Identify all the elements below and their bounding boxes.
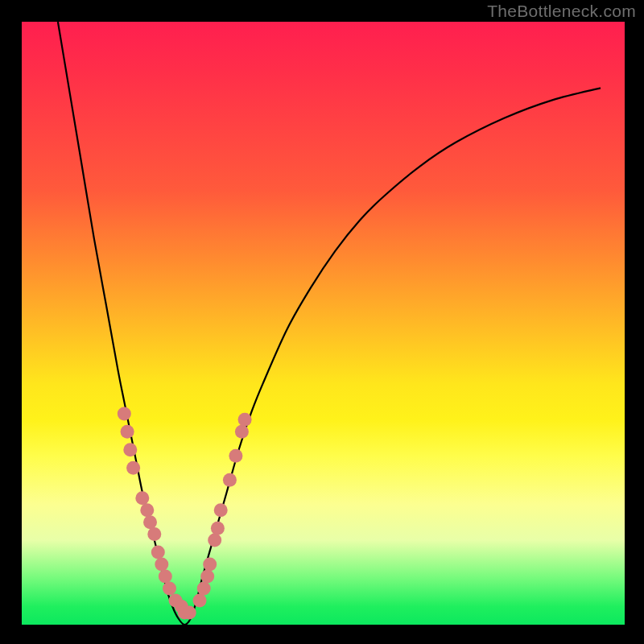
curve-marker: [214, 503, 228, 517]
curve-marker: [223, 473, 237, 487]
curve-marker: [200, 570, 214, 584]
curve-marker: [135, 491, 149, 505]
curve-marker: [155, 558, 168, 572]
curve-marker: [238, 413, 252, 427]
curve-marker: [163, 582, 176, 596]
plot-area: [22, 22, 625, 625]
curve-marker: [193, 594, 207, 608]
curve-marker: [183, 606, 196, 620]
curve-marker: [208, 534, 221, 547]
curve-marker: [151, 546, 165, 559]
curve-marker: [159, 570, 172, 584]
bottleneck-curve: [58, 22, 601, 625]
chart-frame: TheBottleneck.com: [0, 0, 644, 644]
marker-group: [118, 407, 252, 619]
curve-marker: [143, 515, 157, 529]
curve-marker: [203, 558, 217, 572]
curve-marker: [140, 503, 154, 517]
curve-marker: [211, 522, 225, 535]
curve-marker: [147, 527, 161, 541]
curve-marker: [197, 582, 211, 596]
curve-marker: [121, 425, 134, 439]
curve-layer: [22, 22, 625, 625]
watermark-text: TheBottleneck.com: [487, 2, 636, 21]
curve-marker: [229, 449, 242, 463]
curve-marker: [123, 443, 137, 456]
curve-marker: [118, 407, 131, 420]
curve-marker: [126, 461, 140, 475]
curve-marker: [235, 425, 249, 439]
